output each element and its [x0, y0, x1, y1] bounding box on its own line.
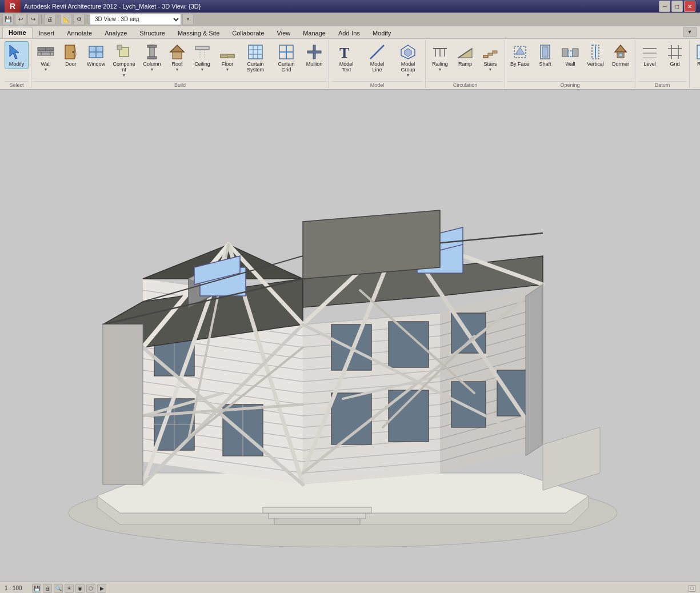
statusbar: 1 : 100 💾 🖨 🔍 ☀ ◉ ⬡ ▶ □: [0, 582, 700, 593]
tab-analyze[interactable]: Analyze: [98, 27, 133, 38]
opening-section-label: Opening: [507, 81, 633, 88]
ribbon-section-datum: Level Grid Datum: [635, 40, 690, 88]
tab-massing[interactable]: Massing & Site: [171, 27, 226, 38]
roof-button[interactable]: Roof ▼: [165, 41, 189, 73]
svg-point-7: [73, 51, 74, 53]
grid-button[interactable]: Grid: [663, 41, 687, 69]
svg-rect-45: [483, 55, 488, 58]
viewport[interactable]: [0, 90, 700, 582]
svg-rect-17: [173, 52, 182, 59]
door-button[interactable]: Door: [59, 41, 83, 69]
by-face-button[interactable]: By Face: [507, 41, 532, 69]
zoom-button[interactable]: 🔍: [54, 584, 63, 593]
user-options[interactable]: ▼: [679, 26, 700, 38]
wall-opening-button[interactable]: Wall: [558, 41, 582, 69]
ceiling-button[interactable]: Ceiling ▼: [190, 41, 214, 73]
print-small-button[interactable]: 🖨: [43, 584, 52, 593]
floor-button[interactable]: Floor ▼: [215, 41, 239, 73]
view-selector[interactable]: 3D View : 3D вид: [90, 14, 181, 25]
svg-rect-54: [573, 49, 578, 57]
ramp-label: Ramp: [458, 62, 472, 67]
tab-manage[interactable]: Manage: [297, 27, 332, 38]
redo-button[interactable]: ↪: [27, 14, 39, 25]
svg-rect-14: [147, 45, 157, 47]
quick-access-toolbar: 💾 ↩ ↪ 🖨 📐 ⚙ 3D View : 3D вид ▼: [0, 13, 700, 26]
room-label: Room: [697, 62, 700, 67]
model-button[interactable]: ⬡: [86, 584, 95, 593]
svg-rect-60: [619, 53, 622, 57]
by-face-icon: [511, 43, 529, 61]
model-line-button[interactable]: Model Line: [362, 41, 392, 75]
ribbon-section-model: T Model Text Model Line: [329, 40, 426, 88]
svg-marker-0: [10, 45, 19, 59]
svg-rect-34: [307, 51, 321, 53]
circulation-section-label: Circulation: [428, 81, 502, 88]
expand-button[interactable]: □: [689, 585, 695, 592]
tab-annotate[interactable]: Annotate: [61, 27, 98, 38]
svg-rect-12: [117, 45, 122, 50]
window-icon: [87, 43, 105, 61]
settings-button[interactable]: ⚙: [73, 14, 85, 25]
save-button[interactable]: 💾: [2, 14, 14, 25]
model-group-label: Model Group: [396, 62, 420, 73]
ramp-button[interactable]: Ramp: [453, 41, 477, 69]
room-button[interactable]: Rm Room ▼: [692, 41, 700, 73]
vertical-button[interactable]: Vertical: [583, 41, 607, 69]
tab-structure[interactable]: Structure: [133, 27, 171, 38]
window-button[interactable]: Window: [84, 41, 108, 69]
shaft-button[interactable]: Shaft: [533, 41, 557, 69]
door-icon: [62, 43, 80, 61]
svg-rect-147: [331, 393, 371, 444]
curtain-system-button[interactable]: Curtain System: [241, 41, 270, 75]
arrow-button[interactable]: ▶: [97, 584, 106, 593]
roof-icon: [168, 43, 186, 61]
grid-icon: [666, 43, 684, 61]
app-title: Autodesk Revit Architecture 2012 - Lych_…: [24, 3, 201, 10]
model-group-button[interactable]: Model Group ▼: [393, 41, 423, 79]
svg-rect-52: [542, 47, 548, 57]
save-small-button[interactable]: 💾: [32, 584, 41, 593]
svg-rect-23: [221, 54, 227, 56]
svg-marker-16: [170, 45, 184, 52]
stairs-button[interactable]: Stairs ▼: [478, 41, 502, 73]
restore-button[interactable]: □: [671, 1, 683, 12]
wall-button[interactable]: Wall ▼: [34, 41, 58, 73]
close-button[interactable]: ✕: [684, 1, 695, 12]
minimize-button[interactable]: ─: [659, 1, 670, 12]
svg-marker-74: [269, 513, 366, 519]
svg-rect-46: [488, 53, 493, 55]
model-group-icon: [399, 43, 417, 61]
view-dropdown-arrow[interactable]: ▼: [182, 14, 194, 25]
ribbon-section-select: Modify Select: [2, 40, 31, 88]
svg-marker-58: [615, 45, 626, 52]
tab-insert[interactable]: Insert: [33, 27, 61, 38]
sun-button[interactable]: ☀: [65, 584, 74, 593]
model-text-button[interactable]: T Model Text: [331, 41, 361, 75]
curtain-grid-button[interactable]: Curtain Grid: [271, 41, 301, 75]
app-button[interactable]: R: [5, 0, 21, 13]
undo-button[interactable]: ↩: [15, 14, 26, 25]
column-button[interactable]: Column ▼: [140, 41, 164, 73]
vertical-label: Vertical: [587, 62, 604, 67]
svg-rect-2: [38, 52, 54, 55]
wall-label: Wall: [41, 62, 50, 67]
modify-button[interactable]: Modify: [5, 41, 29, 69]
separator: [58, 15, 58, 24]
svg-marker-183: [103, 324, 143, 484]
print-button[interactable]: 🖨: [44, 14, 55, 25]
tab-collaborate[interactable]: Collaborate: [226, 27, 270, 38]
measure-button[interactable]: 📐: [61, 14, 72, 25]
railing-button[interactable]: Railing ▼: [428, 41, 452, 73]
separator: [41, 15, 42, 24]
level-button[interactable]: Level: [638, 41, 662, 69]
svg-rect-55: [568, 51, 573, 57]
mullion-button[interactable]: Mullion: [302, 41, 326, 69]
tab-home[interactable]: Home: [2, 27, 33, 38]
tab-addins[interactable]: Add-Ins: [332, 27, 366, 38]
tab-view[interactable]: View: [271, 27, 297, 38]
dormer-button[interactable]: Dormer: [609, 41, 633, 69]
modify-icon: [7, 43, 26, 61]
render-button[interactable]: ◉: [75, 584, 85, 593]
tab-modify[interactable]: Modify: [366, 27, 397, 38]
component-button[interactable]: Component ▼: [109, 41, 139, 79]
